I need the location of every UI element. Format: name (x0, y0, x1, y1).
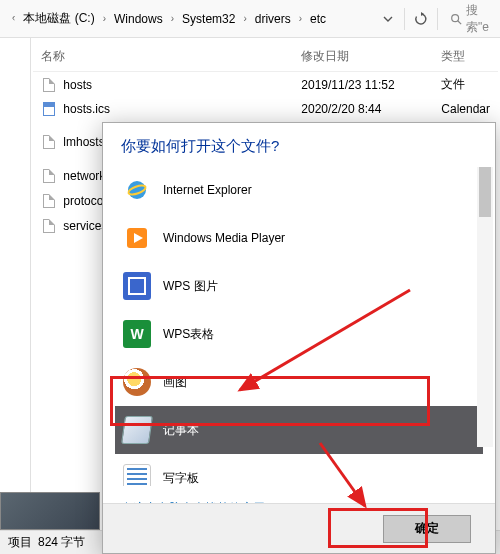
dialog-title: 你要如何打开这个文件? (103, 123, 495, 166)
file-icon (41, 77, 57, 93)
file-date: 2019/11/23 11:52 (301, 78, 441, 92)
app-label: WPS表格 (163, 326, 214, 343)
app-label: 写字板 (163, 470, 199, 487)
ie-icon (123, 176, 151, 204)
file-name: services (63, 219, 107, 233)
wps-image-icon (123, 272, 151, 300)
wordpad-icon (123, 464, 151, 486)
column-headers: 名称 修改日期 类型 (33, 42, 498, 72)
app-label: Internet Explorer (163, 183, 252, 197)
col-name[interactable]: 名称 (41, 48, 301, 65)
ok-button[interactable]: 确定 (383, 515, 471, 543)
file-icon (41, 134, 57, 150)
address-dropdown[interactable] (374, 5, 402, 33)
table-row[interactable]: hosts.ics2020/2/20 8:44Calendar (33, 97, 498, 121)
status-count: 项目 (8, 534, 32, 551)
file-name: hosts (63, 78, 92, 92)
paint-icon (123, 368, 151, 396)
open-with-dialog: 你要如何打开这个文件? Internet Explorer Windows Me… (102, 122, 496, 554)
preview-thumbnail (0, 492, 100, 530)
chevron-right-icon: › (167, 13, 178, 24)
app-ie[interactable]: Internet Explorer (115, 166, 483, 214)
crumb-etc[interactable]: etc (308, 8, 328, 30)
app-wps-sheet[interactable]: W WPS表格 (115, 310, 483, 358)
app-paint[interactable]: 画图 (115, 358, 483, 406)
crumb-system32[interactable]: System32 (180, 8, 237, 30)
status-size: 824 字节 (38, 534, 85, 551)
chevron-right-icon: › (295, 13, 306, 24)
file-type: Calendar (441, 102, 490, 116)
app-wps-image[interactable]: WPS 图片 (115, 262, 483, 310)
app-label: Windows Media Player (163, 231, 285, 245)
app-wordpad[interactable]: 写字板 (115, 454, 483, 486)
nav-sidebar[interactable] (0, 38, 31, 554)
chevron-right-icon: › (239, 13, 250, 24)
search-box[interactable]: 搜索"e (446, 2, 496, 36)
file-type: 文件 (441, 76, 490, 93)
app-list: Internet Explorer Windows Media Player W… (103, 166, 495, 486)
col-date[interactable]: 修改日期 (301, 48, 441, 65)
crumb-drive[interactable]: 本地磁盘 (C:) (21, 6, 96, 31)
address-bar: › 本地磁盘 (C:) › Windows › System32 › drive… (0, 0, 500, 38)
search-placeholder: 搜索"e (466, 2, 496, 36)
dialog-footer: 确定 (103, 503, 495, 553)
app-notepad[interactable]: 记事本 (115, 406, 483, 454)
file-name: protocol (63, 194, 106, 208)
svg-line-1 (458, 20, 461, 23)
file-icon (41, 218, 57, 234)
file-date: 2020/2/20 8:44 (301, 102, 441, 116)
wps-sheet-icon: W (123, 320, 151, 348)
app-wmp[interactable]: Windows Media Player (115, 214, 483, 262)
file-icon (41, 168, 57, 184)
breadcrumb: › 本地磁盘 (C:) › Windows › System32 › drive… (4, 6, 374, 31)
refresh-icon[interactable] (407, 5, 435, 33)
scrollbar-thumb[interactable] (479, 167, 491, 217)
search-icon (450, 12, 462, 26)
col-type[interactable]: 类型 (441, 48, 490, 65)
crumb-windows[interactable]: Windows (112, 8, 165, 30)
chevron-left-icon[interactable]: › (8, 13, 19, 24)
app-label: 画图 (163, 374, 187, 391)
file-icon (41, 101, 57, 117)
wmp-icon (123, 224, 151, 252)
svg-point-0 (452, 14, 459, 21)
app-label: WPS 图片 (163, 278, 218, 295)
chevron-right-icon: › (99, 13, 110, 24)
file-name: hosts.ics (63, 102, 110, 116)
app-label: 记事本 (163, 422, 199, 439)
crumb-drivers[interactable]: drivers (253, 8, 293, 30)
table-row[interactable]: hosts2019/11/23 11:52文件 (33, 72, 498, 97)
file-icon (41, 193, 57, 209)
dialog-scrollbar[interactable] (477, 167, 493, 447)
notepad-icon (121, 416, 153, 444)
